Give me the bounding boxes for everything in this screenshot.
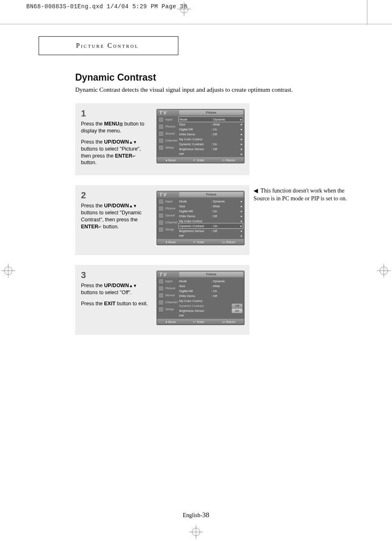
osd-side-icon xyxy=(158,124,164,130)
osd-side-label: Sound xyxy=(165,132,175,135)
osd-side-item: Setup xyxy=(157,144,177,151)
osd-title: Picture xyxy=(179,272,243,277)
step-block: 1Press the MENU▥ button to display the m… xyxy=(75,103,249,175)
osd-side-item: Picture xyxy=(157,205,177,212)
osd-title: Picture xyxy=(179,192,243,197)
print-header: BN68-00883S-01Eng.qxd 1/4/04 5:29 PM Pag… xyxy=(26,3,187,10)
registration-mark-icon xyxy=(4,267,12,275)
osd-menu-row: Digital NR: On▸ xyxy=(179,127,242,132)
osd-footer-enter: ↵ Enter xyxy=(193,240,204,244)
osd-side-label: Input xyxy=(165,279,173,283)
osd-arrow-icon: ▸ xyxy=(240,229,242,233)
osd-side-item: Sound xyxy=(157,212,177,219)
osd-side-item: Input xyxy=(157,278,177,285)
osd-side-label: Picture xyxy=(165,207,175,210)
registration-mark-icon xyxy=(380,267,388,275)
step-text: Press the MENU▥ button to display the me… xyxy=(81,121,151,166)
osd-side-item: Sound xyxy=(157,130,177,137)
osd-arrow-icon: ▸ xyxy=(240,234,242,238)
instruction-paragraph: Press the MENU▥ button to display the me… xyxy=(81,121,151,135)
osd-side-label: Sound xyxy=(165,214,175,217)
step-block: 3Press the UP/DOWN▲▼ buttons to select "… xyxy=(75,265,249,335)
step-text: Press the UP/DOWN▲▼ buttons to select "D… xyxy=(81,202,151,230)
osd-menu-row: Digital NR: On xyxy=(179,288,242,293)
osd-side-icon xyxy=(158,220,164,225)
osd-arrow-icon: ▸ xyxy=(240,214,242,218)
osd-footer-return: ▭ Return xyxy=(222,320,235,324)
osd-footer-move: ♦ Move xyxy=(166,240,175,244)
osd-side-label: Setup xyxy=(165,146,174,149)
side-note: ◀This function doesn't work when the Sou… xyxy=(254,187,352,203)
instruction-paragraph: Press the UP/DOWN▲▼ buttons to select "P… xyxy=(81,139,151,167)
crop-line xyxy=(367,0,367,25)
osd-side-icon xyxy=(158,199,164,204)
osd-side-label: Input xyxy=(165,118,173,121)
osd-footer-return: ▭ Return xyxy=(222,158,235,162)
osd-tv-label: T V xyxy=(157,192,179,197)
intro-text: Dynamic Contrast detects the visual sign… xyxy=(75,86,371,93)
osd-menu-row: DNIe Demo: Off▸ xyxy=(179,214,242,218)
osd-side-icon xyxy=(158,131,164,137)
osd-arrow-icon: ▸ xyxy=(240,132,242,136)
osd-menu-row: PIP▸ xyxy=(179,233,242,238)
osd-side-item: Channel xyxy=(157,299,177,306)
osd-arrow-icon: ▸ xyxy=(240,123,242,126)
osd-arrow-icon: ▸ xyxy=(240,147,242,151)
osd-side-icon xyxy=(158,145,164,151)
osd-side-label: Input xyxy=(165,200,173,203)
osd-side-icon xyxy=(158,213,164,218)
osd-menu-row: Brightness SensorOn xyxy=(179,308,242,313)
osd-menu-row: My Color Control xyxy=(179,298,242,303)
osd-menu-row: Dynamic Contrast: On▸ xyxy=(178,223,243,229)
osd-side-label: Picture xyxy=(165,125,175,128)
osd-side-icon xyxy=(158,306,164,312)
instruction-paragraph: Press the UP/DOWN▲▼ buttons to select "D… xyxy=(81,202,151,230)
step-block: 2Press the UP/DOWN▲▼ buttons to select "… xyxy=(75,185,249,255)
osd-menu-row: DNIe Demo: Off xyxy=(179,293,242,298)
section-heading-box: Picture Control xyxy=(39,36,178,55)
osd-side-item: Input xyxy=(157,116,177,123)
osd-arrow-icon: ▸ xyxy=(240,224,242,228)
osd-side-label: Setup xyxy=(165,307,174,311)
osd-arrow-icon: ▸ xyxy=(240,200,242,203)
osd-arrow-icon: ▸ xyxy=(240,219,242,223)
osd-menu-row: DNIe Demo: Off▸ xyxy=(179,132,242,137)
step-text: Press the UP/DOWN▲▼ buttons to select "O… xyxy=(81,282,151,307)
osd-arrow-icon: ▸ xyxy=(240,137,242,141)
osd-screenshot: T VPictureInputPictureSoundChannelSetupM… xyxy=(157,271,244,325)
page-number: English-38 xyxy=(0,511,392,519)
osd-side-icon xyxy=(158,138,164,144)
registration-mark-icon xyxy=(192,528,200,536)
osd-arrow-icon: ▸ xyxy=(240,209,242,213)
osd-screenshot: T VPictureInputPictureSoundChannelSetupM… xyxy=(157,109,244,163)
osd-side-item: Setup xyxy=(157,306,177,313)
osd-side-item: Input xyxy=(157,198,177,205)
osd-title: Picture xyxy=(179,110,243,115)
osd-menu-row: PIP xyxy=(179,313,242,318)
osd-menu-row: Brightness Sensor: Off▸ xyxy=(179,146,242,151)
page-title: Dynamic Contrast xyxy=(75,72,371,83)
osd-menu-row: Mode: Dynamic xyxy=(179,279,242,283)
osd-screenshot: T VPictureInputPictureSoundChannelSetupM… xyxy=(157,191,244,245)
osd-side-label: Setup xyxy=(165,228,174,231)
osd-tv-label: T V xyxy=(157,272,179,277)
osd-side-item: Channel xyxy=(157,137,177,144)
osd-side-item: Setup xyxy=(157,226,177,233)
osd-menu-row: PIP▸ xyxy=(179,151,242,156)
osd-menu-row: Size: Wide xyxy=(179,283,242,288)
registration-mark-icon xyxy=(180,5,188,13)
osd-option-pill: Off xyxy=(232,304,242,308)
osd-side-label: Picture xyxy=(165,286,175,290)
osd-arrow-icon: ▸ xyxy=(240,204,242,208)
osd-option-pill: On xyxy=(232,309,242,313)
osd-side-icon xyxy=(158,227,164,232)
osd-side-item: Picture xyxy=(157,123,177,130)
osd-side-icon xyxy=(158,293,164,298)
osd-side-label: Channel xyxy=(165,221,178,224)
osd-side-item: Sound xyxy=(157,292,177,299)
osd-footer-enter: ↵ Enter xyxy=(193,320,204,324)
osd-arrow-icon: ▸ xyxy=(240,128,242,131)
osd-menu-row: Size: Wide▸ xyxy=(179,122,242,127)
osd-menu-row: Digital NR: On▸ xyxy=(179,209,242,214)
osd-side-icon xyxy=(158,206,164,211)
